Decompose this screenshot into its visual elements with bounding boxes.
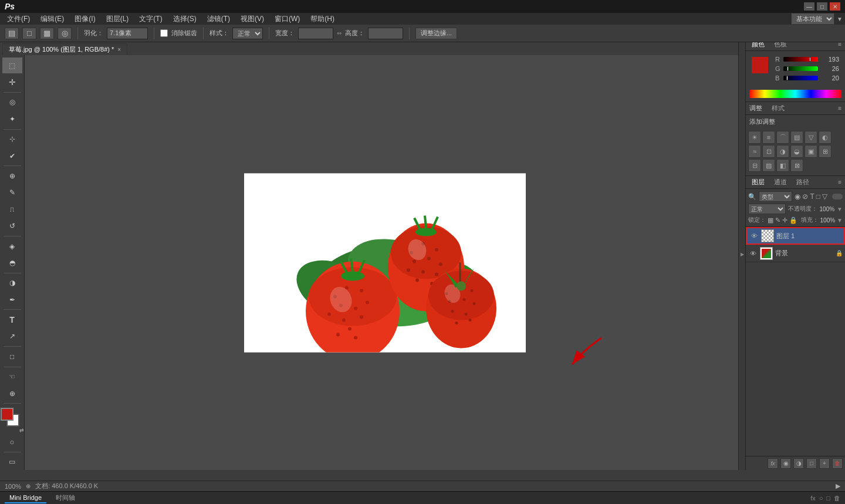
stamp-btn[interactable]: ⎍ — [2, 201, 22, 217]
opacity-arrow-icon[interactable]: ▼ — [837, 206, 843, 212]
gradient-btn[interactable]: ◓ — [2, 255, 22, 270]
magic-wand-btn[interactable]: ✦ — [2, 111, 22, 127]
add-layer-mask-btn[interactable]: ◉ — [780, 458, 791, 469]
foreground-color-swatch[interactable] — [1, 408, 13, 421]
menu-edit[interactable]: 编辑(E) — [36, 13, 69, 25]
fx-label[interactable]: fx — [810, 495, 816, 502]
dodge-btn[interactable]: ◑ — [2, 275, 22, 291]
new-fill-adj-layer-btn[interactable]: ◑ — [793, 458, 804, 469]
levels-adj-btn[interactable]: ≡ — [762, 131, 775, 144]
move-tool-btn[interactable]: ✛ — [2, 74, 22, 90]
anti-alias-checkbox[interactable] — [160, 29, 168, 37]
layer-item-background[interactable]: 👁 背景 🔒 — [746, 245, 845, 262]
lasso-tool-btn[interactable]: ◎ — [2, 94, 22, 110]
fill-arrow-icon[interactable]: ▼ — [837, 217, 843, 224]
vibrance-adj-btn[interactable]: ▽ — [805, 131, 817, 144]
quick-mask-btn[interactable]: ○ — [2, 434, 22, 449]
lock-checkerboard-icon[interactable]: ▦ — [768, 217, 773, 224]
new-layer-btn[interactable]: + — [819, 458, 830, 469]
new-group-btn[interactable]: □ — [806, 458, 817, 469]
toolbar-select-btn[interactable]: ▤ — [5, 28, 19, 39]
menu-view[interactable]: 视图(V) — [236, 13, 269, 25]
type-layer-filter-icon[interactable]: T — [810, 192, 814, 201]
adjustments-panel-menu-icon[interactable]: ≡ — [838, 105, 841, 111]
menu-file[interactable]: 文件(F) — [2, 13, 35, 25]
menu-help[interactable]: 帮助(H) — [306, 13, 339, 25]
colorlookup-adj-btn[interactable]: ▣ — [805, 145, 817, 158]
maximize-button[interactable]: □ — [817, 2, 827, 11]
feather-input[interactable] — [107, 28, 148, 39]
brightness-adj-btn[interactable]: ☀ — [748, 131, 761, 144]
shape-btn[interactable]: □ — [2, 349, 22, 364]
posterize-adj-btn[interactable]: ⊟ — [748, 159, 761, 172]
heal-btn[interactable]: ⊕ — [2, 168, 22, 184]
timeline-tab[interactable]: 时间轴 — [51, 492, 80, 503]
adjust-edge-button[interactable]: 调整边缘... — [415, 28, 457, 39]
path-select-btn[interactable]: ↗ — [2, 329, 22, 344]
zoom-btn[interactable]: ⊕ — [2, 385, 22, 401]
layer1-visibility-icon[interactable]: 👁 — [749, 231, 759, 241]
layer-filter-toggle[interactable] — [832, 194, 843, 199]
colorbalance-adj-btn[interactable]: ≈ — [748, 145, 761, 158]
history-brush-btn[interactable]: ↺ — [2, 218, 22, 234]
type-btn[interactable]: T — [2, 312, 22, 327]
doc-tab[interactable]: 草莓.jpg @ 100% (图层 1, RGB/8#) * × — [2, 43, 127, 55]
lock-move-icon[interactable]: ✛ — [782, 217, 787, 224]
layer-item-layer1[interactable]: 👁 图层 1 — [746, 227, 845, 245]
trash-icon[interactable]: 🗑 — [834, 495, 840, 502]
gradientmap-adj-btn[interactable]: ◧ — [776, 159, 789, 172]
circle-icon[interactable]: ○ — [819, 495, 823, 502]
mini-bridge-tab[interactable]: Mini Bridge — [5, 493, 46, 503]
shape-layer-filter-icon[interactable]: □ — [816, 192, 820, 201]
hand-btn[interactable]: ☜ — [2, 369, 22, 385]
fill-value[interactable]: 100% — [820, 217, 836, 224]
threshold-adj-btn[interactable]: ▨ — [762, 159, 775, 172]
toolbar-btn2[interactable]: □ — [22, 28, 36, 39]
g-slider[interactable] — [783, 66, 818, 71]
menu-select[interactable]: 选择(S) — [168, 13, 201, 25]
r-slider[interactable] — [783, 57, 818, 62]
crop-tool-btn[interactable]: ⊹ — [2, 131, 22, 147]
menu-image[interactable]: 图像(I) — [70, 13, 100, 25]
bw-adj-btn[interactable]: ⊡ — [762, 145, 775, 158]
layers-panel-menu-icon[interactable]: ≡ — [838, 179, 841, 185]
toolbar-btn4[interactable]: ◎ — [58, 28, 72, 39]
expand-icon[interactable]: ▶ — [836, 482, 840, 490]
hsl-adj-btn[interactable]: ◐ — [819, 131, 832, 144]
layer-type-select[interactable]: 类型 — [759, 191, 792, 202]
menu-type[interactable]: 文字(T) — [134, 13, 167, 25]
swap-colors-icon[interactable]: ⇄ — [19, 427, 24, 433]
width-input[interactable] — [298, 28, 333, 39]
color-spectrum-bar[interactable] — [749, 90, 841, 98]
adjust-layer-filter-icon[interactable]: ⊘ — [802, 192, 808, 201]
channelmixer-adj-btn[interactable]: ◒ — [790, 145, 803, 158]
opacity-value[interactable]: 100% — [820, 206, 835, 212]
smart-layer-filter-icon[interactable]: ▽ — [822, 192, 827, 201]
panel-collapse-toggle[interactable]: ▶ — [738, 38, 745, 470]
toolbar-btn3[interactable]: ▦ — [40, 28, 54, 39]
close-button[interactable]: ✕ — [830, 2, 840, 11]
background-visibility-icon[interactable]: 👁 — [748, 249, 758, 258]
height-input[interactable] — [368, 28, 403, 39]
screen-mode-btn[interactable]: ▭ — [2, 454, 22, 470]
pen-btn[interactable]: ✒ — [2, 292, 22, 307]
photofilter-adj-btn[interactable]: ◑ — [776, 145, 789, 158]
channels-tab[interactable]: 通道 — [772, 177, 789, 188]
menu-layer[interactable]: 图层(L) — [102, 13, 134, 25]
pixel-layer-filter-icon[interactable]: ◉ — [795, 192, 800, 201]
eyedropper-btn[interactable]: ✔ — [2, 148, 22, 164]
paths-tab[interactable]: 路径 — [794, 177, 812, 188]
invert-adj-btn[interactable]: ⊞ — [819, 145, 832, 158]
delete-layer-btn[interactable]: 🗑 — [832, 458, 843, 469]
color-preview-swatch[interactable] — [752, 57, 768, 73]
layers-tab[interactable]: 图层 — [749, 177, 767, 188]
styles-tab[interactable]: 样式 — [772, 104, 785, 113]
marquee-tool-btn[interactable]: ⬚ — [2, 57, 22, 73]
eraser-btn[interactable]: ◈ — [2, 238, 22, 254]
b-slider[interactable] — [783, 76, 818, 80]
menu-window[interactable]: 窗口(W) — [270, 13, 305, 25]
layer-mode-select[interactable]: 正常 — [748, 204, 786, 214]
curves-adj-btn[interactable]: ⌒ — [776, 131, 789, 144]
lock-all-icon[interactable]: 🔒 — [789, 217, 797, 224]
minimize-button[interactable]: — — [804, 2, 814, 11]
